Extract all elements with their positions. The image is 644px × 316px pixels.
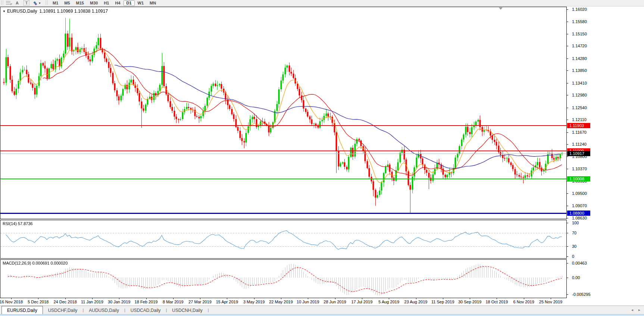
toolbar-grip[interactable] bbox=[1, 1, 4, 5]
date-label: 30 Jan 2019 bbox=[108, 300, 131, 304]
tab-audusd-daily[interactable]: AUDUSD,Daily bbox=[84, 306, 124, 314]
text-box-icon[interactable]: T bbox=[22, 0, 31, 6]
rsi-axis-tick bbox=[567, 256, 568, 257]
tab-eurusd-daily[interactable]: EURUSD,Daily bbox=[1, 306, 43, 314]
tab-usdchf-daily[interactable]: USDCHF,Daily bbox=[43, 306, 83, 314]
date-label: 6 Nov 2019 bbox=[513, 300, 534, 304]
date-axis-tick bbox=[65, 298, 66, 299]
date-label: 17 Jul 2019 bbox=[351, 300, 372, 304]
macd-panel: MACD(12,26,9) 0.000691 0.000020 bbox=[0, 259, 567, 298]
date-axis-tick bbox=[92, 298, 93, 299]
chart-tab-bar: EURUSD,DailyUSDCHF,Daily|AUDUSD,Daily|US… bbox=[0, 306, 644, 314]
price-axis-tick bbox=[567, 34, 568, 34]
date-label: 10 Jun 2019 bbox=[297, 300, 319, 304]
date-label: 18 Oct 2019 bbox=[485, 300, 508, 304]
price-axis-label: 1.08630 bbox=[572, 216, 587, 220]
price-axis-tick bbox=[567, 218, 568, 218]
chart-region: ▼EURUSD,Daily1.10891 1.10969 1.10838 1.1… bbox=[0, 7, 644, 306]
tab-scrollers: ◂ ▸ bbox=[631, 308, 640, 312]
price-axis-tick bbox=[567, 144, 568, 145]
rsi-axis-tick bbox=[567, 233, 568, 233]
status-strip bbox=[0, 314, 644, 316]
timeframe-button-m1[interactable]: M1 bbox=[50, 0, 61, 6]
date-label: 8 Mar 2019 bbox=[163, 300, 184, 304]
hline-price-tag: 1.10008 bbox=[567, 176, 590, 181]
date-axis-tick bbox=[200, 298, 200, 299]
price-axis-label: 1.14280 bbox=[572, 56, 587, 61]
date-label: 5 Aug 2019 bbox=[378, 300, 399, 304]
date-axis-tick bbox=[173, 298, 173, 299]
date-axis-tick bbox=[497, 298, 497, 299]
timeframe-button-w1[interactable]: W1 bbox=[135, 0, 147, 6]
price-axis-tick bbox=[567, 157, 568, 157]
price-axis-label: 1.11670 bbox=[572, 130, 587, 135]
date-label: 15 Apr 2019 bbox=[216, 300, 238, 304]
date-label: 16 Nov 2018 bbox=[0, 300, 23, 304]
date-axis-tick bbox=[389, 298, 389, 299]
timeframe-button-h1[interactable]: H1 bbox=[101, 0, 112, 6]
rsi-axis-label: 70 bbox=[572, 231, 576, 235]
price-axis-tick bbox=[567, 169, 568, 169]
timeframe-button-m15[interactable]: M15 bbox=[73, 0, 87, 6]
toolbar-grip-2[interactable] bbox=[46, 1, 48, 5]
text-label-icon[interactable]: A bbox=[13, 0, 22, 6]
timeframe-button-d1[interactable]: D1 bbox=[124, 0, 135, 6]
chart-symbol-period: EURUSD,Daily bbox=[7, 9, 37, 14]
date-axis[interactable]: 16 Nov 20185 Dec 201824 Dec 201811 Jan 2… bbox=[0, 298, 644, 306]
price-axis-label: 1.12110 bbox=[572, 117, 587, 122]
price-axis-tick bbox=[567, 206, 568, 206]
timeframe-button-m30[interactable]: M30 bbox=[87, 0, 101, 6]
date-label: 5 Dec 2018 bbox=[28, 300, 49, 304]
price-axis-label: 1.11240 bbox=[572, 142, 587, 146]
date-axis-tick bbox=[38, 298, 38, 299]
chart-shift-marker-icon[interactable] bbox=[499, 7, 503, 10]
rsi-axis-label: 0 bbox=[572, 254, 574, 259]
price-axis-label: 1.15580 bbox=[572, 19, 587, 24]
price-axis-label: 1.12980 bbox=[572, 93, 587, 97]
chart-title-marker-icon[interactable]: ▼ bbox=[3, 10, 6, 13]
macd-axis-tick bbox=[567, 294, 568, 295]
chevron-down-icon: ▾ bbox=[39, 1, 40, 5]
macd-chart-canvas[interactable] bbox=[0, 260, 566, 298]
rsi-label: RSI(14) 57.8736 bbox=[3, 221, 33, 226]
rsi-axis-label: 30 bbox=[572, 244, 576, 249]
timeframe-button-h4[interactable]: H4 bbox=[112, 0, 123, 6]
price-axis-label: 1.09070 bbox=[572, 203, 587, 208]
price-axis-tick bbox=[567, 22, 568, 22]
macd-axis-tick bbox=[567, 278, 568, 278]
chart-title: ▼EURUSD,Daily1.10891 1.10969 1.10838 1.1… bbox=[3, 9, 108, 14]
price-axis-tick bbox=[567, 108, 568, 108]
chart-ohlc-values: 1.10891 1.10969 1.10838 1.10917 bbox=[40, 9, 108, 14]
date-label: 25 Nov 2019 bbox=[539, 300, 562, 304]
tab-usdcnh-daily[interactable]: USDCNH,Daily bbox=[167, 306, 207, 314]
price-axis-tick bbox=[567, 95, 568, 95]
date-axis-tick bbox=[254, 298, 254, 299]
price-axis-label: 1.09500 bbox=[572, 191, 587, 196]
price-axis-tick bbox=[567, 132, 568, 133]
toolbar: F A T ◆ ◆ ▾ M1M5M15M30H1H4D1W1MN bbox=[0, 0, 644, 6]
date-axis-tick bbox=[416, 298, 416, 299]
macd-axis-label: 0.00463 bbox=[572, 261, 587, 265]
tab-usdcad-daily[interactable]: USDCAD,Daily bbox=[125, 306, 166, 314]
price-chart-canvas[interactable] bbox=[0, 7, 566, 219]
date-axis-tick bbox=[119, 298, 119, 299]
rsi-axis-tick bbox=[567, 246, 568, 247]
price-axis-tick bbox=[567, 59, 568, 59]
tab-separator: | bbox=[208, 308, 209, 312]
date-axis-tick bbox=[227, 298, 227, 299]
price-axis[interactable]: 1.160201.155801.151501.147201.142801.138… bbox=[567, 7, 644, 306]
macd-label: MACD(12,26,9) 0.000691 0.000020 bbox=[3, 261, 68, 265]
current-price-tag: 1.10917 bbox=[567, 151, 590, 156]
tab-scroll-left-icon[interactable]: ◂ bbox=[631, 308, 633, 312]
rsi-chart-canvas[interactable] bbox=[0, 220, 566, 258]
date-axis-tick bbox=[335, 298, 335, 299]
fibonacci-icon[interactable]: F bbox=[5, 0, 13, 6]
tab-scroll-right-icon[interactable]: ▸ bbox=[638, 308, 640, 312]
price-axis-tick bbox=[567, 193, 568, 194]
timeframe-button-m5[interactable]: M5 bbox=[61, 0, 73, 6]
price-axis-label: 1.13410 bbox=[572, 81, 587, 85]
timeframe-button-mn[interactable]: MN bbox=[147, 0, 159, 6]
price-axis-tick bbox=[567, 46, 568, 46]
date-label: 18 Feb 2019 bbox=[135, 300, 158, 304]
arrow-objects-icon[interactable]: ◆ ◆ ▾ bbox=[31, 0, 43, 6]
